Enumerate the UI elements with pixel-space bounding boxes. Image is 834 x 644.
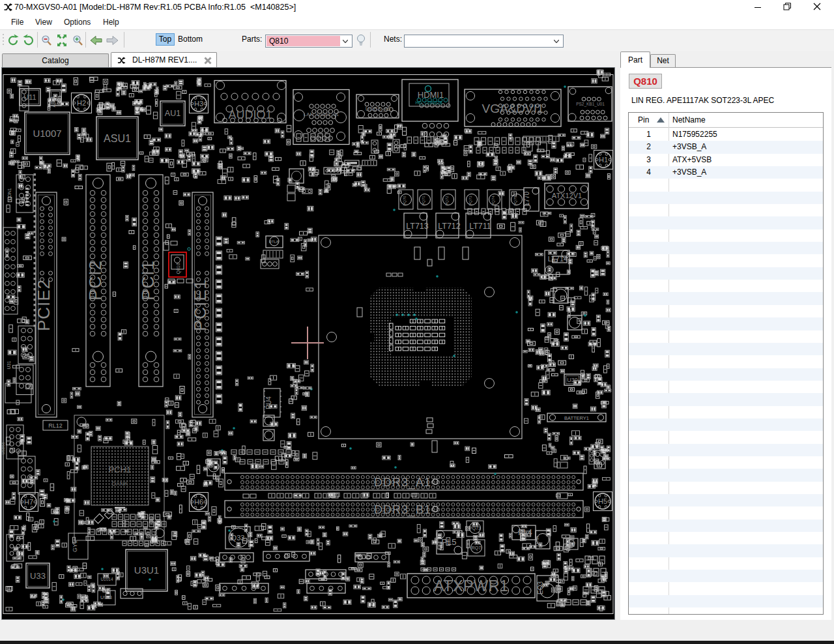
svg-text:PL4: PL4 — [518, 528, 532, 537]
svg-text:PQ75: PQ75 — [513, 196, 517, 206]
svg-text:PU4: PU4 — [265, 396, 272, 409]
svg-text:PCH1: PCH1 — [109, 465, 132, 475]
svg-text:PQ70: PQ70 — [403, 196, 407, 206]
svg-text:LT711: LT711 — [469, 222, 491, 231]
svg-text:H7: H7 — [24, 498, 33, 506]
svg-text:PQ71: PQ71 — [422, 196, 425, 206]
svg-text:L770: L770 — [523, 191, 530, 206]
svg-text:USB56: USB56 — [2, 442, 5, 455]
svg-text:LT714: LT714 — [548, 255, 568, 263]
svg-text:U993: U993 — [100, 594, 112, 600]
svg-text:H1: H1 — [599, 156, 608, 164]
svg-text:LT713: LT713 — [406, 222, 429, 231]
svg-text:Q33: Q33 — [231, 534, 245, 542]
svg-text:U3U1: U3U1 — [134, 564, 159, 576]
svg-text:U30: U30 — [567, 377, 578, 383]
svg-text:DDR3_B1: DDR3_B1 — [374, 503, 431, 517]
svg-text:PCI1: PCI1 — [138, 260, 158, 300]
svg-text:PQ74: PQ74 — [491, 196, 495, 206]
svg-text:DDR3_A1: DDR3_A1 — [374, 476, 431, 490]
svg-text:PCI2: PCI2 — [85, 260, 105, 300]
svg-text:Q810: Q810 — [176, 263, 181, 274]
svg-text:ASU1: ASU1 — [104, 133, 131, 144]
svg-text:RU7: RU7 — [566, 542, 575, 546]
svg-text:H2: H2 — [77, 99, 86, 107]
svg-text:USB3_45: USB3_45 — [366, 106, 391, 112]
svg-text:U1014: U1014 — [100, 577, 113, 581]
svg-text:H3: H3 — [194, 100, 203, 108]
svg-text:PQ72: PQ72 — [445, 196, 449, 206]
svg-text:ASU2: ASU2 — [51, 96, 56, 107]
svg-text:PQ73: PQ73 — [468, 196, 472, 206]
svg-text:H6: H6 — [194, 498, 203, 506]
svg-text:HDMI1: HDMI1 — [418, 90, 444, 100]
svg-text:AUDIO1: AUDIO1 — [228, 108, 272, 121]
svg-text:GY1: GY1 — [72, 540, 78, 552]
svg-text:U31: U31 — [7, 360, 11, 369]
svg-text:H5: H5 — [598, 497, 607, 505]
svg-text:ATX12V1: ATX12V1 — [552, 192, 582, 199]
svg-text:Q744: Q744 — [535, 536, 540, 546]
svg-text:LAN_USB3_01: LAN_USB3_01 — [304, 111, 339, 117]
svg-text:PQ73: PQ73 — [469, 526, 481, 531]
svg-text:U1007: U1007 — [33, 128, 61, 139]
svg-text:DANK: DANK — [111, 480, 128, 487]
svg-text:EQ3: EQ3 — [537, 581, 544, 594]
svg-text:BATTERY1: BATTERY1 — [564, 415, 589, 421]
svg-text:PL5: PL5 — [441, 537, 456, 547]
svg-text:PCIE2: PCIE2 — [34, 279, 53, 331]
svg-text:RL12: RL12 — [48, 422, 63, 429]
svg-text:PCIE1: PCIE1 — [190, 279, 210, 331]
svg-text:VGA&DVI1: VGA&DVI1 — [482, 102, 543, 115]
svg-text:U11: U11 — [23, 93, 36, 101]
svg-text:U33: U33 — [30, 571, 46, 581]
svg-text:LT712: LT712 — [438, 222, 461, 231]
svg-text:PS2_KB1_U01: PS2_KB1_U01 — [576, 102, 605, 107]
svg-text:ATXPWR1: ATXPWR1 — [434, 577, 508, 594]
svg-text:RQ7: RQ7 — [472, 546, 482, 551]
svg-text:HD_CON228: HD_CON228 — [415, 100, 442, 106]
svg-text:RTL8: RTL8 — [269, 240, 279, 244]
svg-text:CON1: CON1 — [7, 188, 12, 201]
svg-text:AU1: AU1 — [165, 109, 180, 118]
